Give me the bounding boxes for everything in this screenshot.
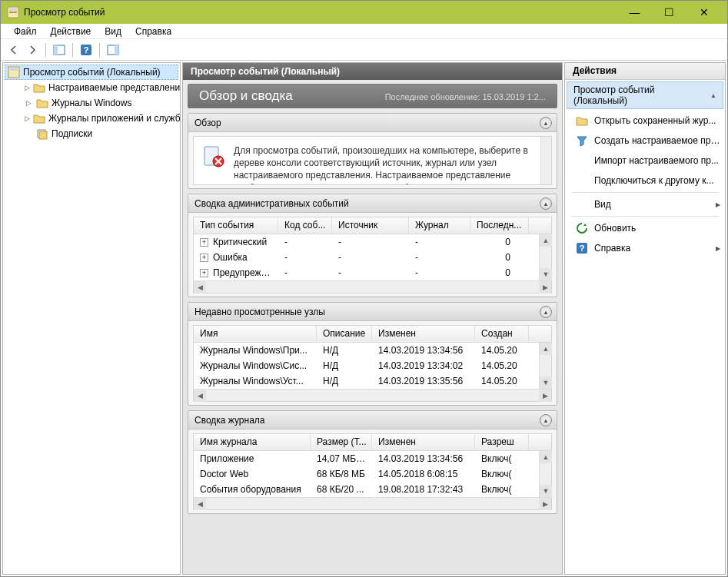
table-row[interactable]: Приложение14,07 МБ/...14.03.2019 13:34:5…: [194, 451, 551, 466]
table-row[interactable]: Журналы Windows\Сис...Н/Д14.03.2019 13:3…: [194, 358, 551, 373]
table-row[interactable]: Журналы Windows\При...Н/Д14.03.2019 13:3…: [194, 343, 551, 358]
expand-icon[interactable]: ▷: [25, 114, 30, 123]
action-item[interactable]: Создать настраиваемое пре...: [565, 131, 725, 151]
tree-item-label: Журналы Windows: [52, 98, 131, 108]
show-tree-button[interactable]: [51, 41, 68, 58]
action-item[interactable]: Открыть сохраненный жур...: [565, 111, 725, 131]
close-button[interactable]: ✕: [686, 1, 721, 24]
action-label: Импорт настраиваемого пр...: [594, 155, 720, 166]
col-desc[interactable]: Описание: [317, 326, 372, 342]
svg-rect-4: [54, 45, 58, 55]
action-item[interactable]: Импорт настраиваемого пр...: [565, 151, 725, 171]
col-last[interactable]: Последн...: [470, 217, 529, 234]
col-event-id[interactable]: Код соб...: [278, 217, 332, 234]
tree-item-app-logs[interactable]: ▷ Журналы приложений и служб: [22, 111, 178, 126]
action-label: Обновить: [594, 223, 720, 234]
actions-title: Действия: [565, 63, 725, 80]
window-controls: — ☐ ✕: [617, 1, 721, 24]
log-summary-section: Сводка журнала ▲ Имя журнала Размер (Т..…: [188, 410, 557, 514]
col-created[interactable]: Создан: [475, 326, 529, 342]
scrollbar[interactable]: [540, 137, 551, 184]
action-item[interactable]: Подключиться к другому к...: [565, 171, 725, 191]
tree-item-windows-logs[interactable]: ▷ Журналы Windows: [22, 95, 178, 111]
menu-view[interactable]: Вид: [98, 25, 128, 38]
maximize-button[interactable]: ☐: [652, 1, 686, 24]
overview-text: Для просмотра событий, произошедших на к…: [234, 144, 542, 185]
folder-icon: [576, 114, 588, 127]
collapse-icon[interactable]: ▲: [540, 197, 552, 210]
col-log-name[interactable]: Имя журнала: [194, 434, 311, 450]
back-button[interactable]: [5, 41, 22, 58]
admin-summary-section: Сводка административных событий ▲ Тип со…: [188, 194, 557, 297]
svg-rect-2: [9, 12, 17, 13]
blank-icon: [25, 130, 33, 138]
col-enabled[interactable]: Разреш: [475, 434, 529, 450]
separator: [99, 43, 100, 57]
chevron-right-icon: ▶: [716, 245, 720, 252]
recent-table: Имя Описание Изменен Создан Журналы Wind…: [193, 325, 552, 402]
col-modified[interactable]: Изменен: [372, 434, 475, 450]
actions-subtitle[interactable]: Просмотр событий (Локальный) ▲: [567, 81, 723, 109]
col-size[interactable]: Размер (Т...: [311, 434, 372, 450]
collapse-icon[interactable]: ▲: [710, 92, 716, 99]
action-label: Создать настраиваемое пре...: [594, 135, 720, 146]
action-item[interactable]: Обновить: [565, 218, 725, 238]
tree-root-node[interactable]: Просмотр событий (Локальный): [5, 65, 178, 80]
action-item[interactable]: Вид▶: [565, 194, 725, 214]
minimize-button[interactable]: —: [617, 1, 652, 24]
tree-item-subscriptions[interactable]: Подписки: [22, 126, 178, 141]
scrollbar-horizontal[interactable]: ◀▶: [194, 389, 551, 401]
table-row[interactable]: +Предупрежд...---0: [194, 265, 551, 280]
action-item[interactable]: ?Справка▶: [565, 238, 725, 258]
blank-icon: [576, 198, 588, 211]
folder-icon: [36, 97, 48, 109]
collapse-icon[interactable]: ▲: [540, 414, 552, 426]
titlebar[interactable]: Просмотр событий — ☐ ✕: [1, 1, 727, 24]
admin-head[interactable]: Сводка административных событий ▲: [188, 194, 557, 213]
menu-action[interactable]: Действие: [44, 25, 98, 38]
col-log[interactable]: Журнал: [409, 217, 470, 234]
toolbar: ?: [1, 39, 727, 61]
collapse-icon[interactable]: ▲: [540, 306, 552, 318]
recent-head[interactable]: Недавно просмотренные узлы ▲: [188, 303, 557, 321]
actions-pane: Действия Просмотр событий (Локальный) ▲ …: [564, 62, 726, 575]
svg-text:?: ?: [84, 45, 89, 55]
overview-section: Обзор ▲ Для просмотра событий, произошед…: [188, 113, 557, 189]
expand-icon[interactable]: ▷: [25, 84, 30, 92]
folder-icon: [33, 81, 45, 94]
tree-item-custom-views[interactable]: ▷ Настраиваемые представления: [22, 80, 178, 95]
action-label: Подключиться к другому к...: [594, 175, 720, 186]
table-row[interactable]: События оборудования68 КБ/20 ...19.08.20…: [194, 482, 551, 497]
scrollbar-horizontal[interactable]: ◀▶: [194, 280, 551, 293]
overview-head[interactable]: Обзор ▲: [188, 114, 557, 132]
collapse-icon[interactable]: ▲: [540, 117, 552, 129]
menu-help[interactable]: Справка: [128, 25, 178, 38]
col-event-type[interactable]: Тип события: [194, 217, 278, 234]
scrollbar-vertical[interactable]: ▲▼: [539, 451, 551, 497]
forward-button[interactable]: [24, 41, 41, 58]
logsum-head[interactable]: Сводка журнала ▲: [188, 411, 557, 429]
table-row[interactable]: Журналы Windows\Уст...Н/Д14.03.2019 13:3…: [194, 373, 551, 389]
expand-icon[interactable]: ▷: [25, 99, 33, 108]
table-row[interactable]: +Критический---0: [194, 234, 551, 250]
help-button[interactable]: ?: [78, 41, 95, 58]
col-modified[interactable]: Изменен: [372, 326, 475, 342]
table-row[interactable]: +Ошибка---0: [194, 250, 551, 265]
window-title: Просмотр событий: [24, 7, 617, 18]
tree-item-label: Журналы приложений и служб: [48, 113, 181, 124]
col-source[interactable]: Источник: [332, 217, 409, 234]
table-row[interactable]: Doctor Web68 КБ/8 МБ14.05.2018 6:08:15Вк…: [194, 466, 551, 482]
filter-icon: [576, 134, 588, 147]
scrollbar-horizontal[interactable]: ◀▶: [194, 497, 551, 509]
scrollbar-vertical[interactable]: ▲▼: [539, 234, 551, 280]
help-icon: ?: [576, 242, 588, 254]
col-name[interactable]: Имя: [194, 326, 317, 342]
overview-box: Для просмотра событий, произошедших на к…: [193, 136, 552, 185]
actions-pane-button[interactable]: [105, 41, 121, 58]
banner-title: Обзор и сводка: [199, 88, 293, 104]
scrollbar-vertical[interactable]: ▲▼: [539, 343, 551, 389]
window: Просмотр событий — ☐ ✕ Файл Действие Вид…: [0, 0, 728, 577]
tree-pane[interactable]: Просмотр событий (Локальный) ▷ Настраива…: [2, 62, 181, 575]
svg-rect-12: [39, 131, 47, 139]
menu-file[interactable]: Файл: [7, 25, 44, 38]
